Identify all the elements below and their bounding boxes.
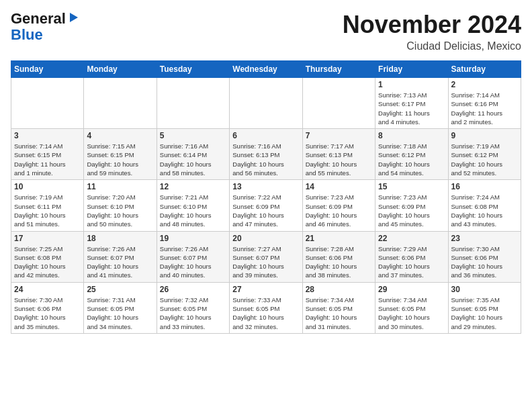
day-number: 4: [87, 131, 153, 140]
day-info: Sunrise: 7:16 AM Sunset: 6:14 PM Dayligh…: [160, 142, 226, 177]
day-number: 17: [14, 234, 81, 243]
day-cell-13: 13Sunrise: 7:22 AM Sunset: 6:09 PM Dayli…: [230, 180, 302, 231]
day-info: Sunrise: 7:24 AM Sunset: 6:08 PM Dayligh…: [451, 193, 518, 228]
day-number: 28: [306, 285, 372, 294]
page-header: General Blue November 2024 Ciudad Delici…: [11, 11, 521, 52]
day-number: 8: [378, 131, 445, 140]
day-info: Sunrise: 7:13 AM Sunset: 6:17 PM Dayligh…: [378, 91, 445, 126]
day-number: 25: [87, 285, 153, 294]
logo-text-general: General: [11, 11, 66, 27]
day-info: Sunrise: 7:14 AM Sunset: 6:15 PM Dayligh…: [14, 142, 81, 177]
day-info: Sunrise: 7:26 AM Sunset: 6:07 PM Dayligh…: [87, 244, 153, 280]
day-info: Sunrise: 7:16 AM Sunset: 6:13 PM Dayligh…: [232, 142, 299, 177]
day-cell-25: 25Sunrise: 7:31 AM Sunset: 6:05 PM Dayli…: [84, 282, 157, 333]
day-info: Sunrise: 7:29 AM Sunset: 6:06 PM Dayligh…: [378, 244, 445, 280]
day-number: 15: [378, 182, 445, 191]
day-number: 2: [451, 80, 518, 89]
day-info: Sunrise: 7:25 AM Sunset: 6:08 PM Dayligh…: [14, 244, 81, 280]
logo: General Blue: [11, 11, 79, 43]
day-cell-2: 2Sunrise: 7:14 AM Sunset: 6:16 PM Daylig…: [448, 78, 521, 129]
day-cell-3: 3Sunrise: 7:14 AM Sunset: 6:15 PM Daylig…: [11, 129, 84, 180]
week-row-2: 3Sunrise: 7:14 AM Sunset: 6:15 PM Daylig…: [11, 129, 521, 180]
day-info: Sunrise: 7:35 AM Sunset: 6:05 PM Dayligh…: [451, 295, 518, 331]
day-number: 27: [232, 285, 299, 294]
day-cell-4: 4Sunrise: 7:15 AM Sunset: 6:15 PM Daylig…: [84, 129, 157, 180]
day-cell-15: 15Sunrise: 7:23 AM Sunset: 6:09 PM Dayli…: [375, 180, 448, 231]
day-number: 10: [14, 182, 81, 191]
day-cell-5: 5Sunrise: 7:16 AM Sunset: 6:14 PM Daylig…: [157, 129, 229, 180]
empty-cell: [84, 78, 157, 129]
location: Ciudad Delicias, Mexico: [343, 40, 521, 52]
day-number: 9: [451, 131, 518, 140]
day-number: 16: [451, 182, 518, 191]
day-number: 19: [160, 234, 226, 243]
week-row-4: 17Sunrise: 7:25 AM Sunset: 6:08 PM Dayli…: [11, 231, 521, 282]
day-info: Sunrise: 7:27 AM Sunset: 6:07 PM Dayligh…: [232, 244, 299, 280]
day-info: Sunrise: 7:18 AM Sunset: 6:12 PM Dayligh…: [378, 142, 445, 177]
day-cell-11: 11Sunrise: 7:20 AM Sunset: 6:10 PM Dayli…: [84, 180, 157, 231]
day-number: 5: [160, 131, 226, 140]
day-number: 7: [306, 131, 372, 140]
day-info: Sunrise: 7:15 AM Sunset: 6:15 PM Dayligh…: [87, 142, 153, 177]
empty-cell: [302, 78, 375, 129]
day-cell-9: 9Sunrise: 7:19 AM Sunset: 6:12 PM Daylig…: [448, 129, 521, 180]
day-cell-20: 20Sunrise: 7:27 AM Sunset: 6:07 PM Dayli…: [230, 231, 302, 282]
day-cell-24: 24Sunrise: 7:30 AM Sunset: 6:06 PM Dayli…: [11, 282, 84, 333]
day-cell-29: 29Sunrise: 7:34 AM Sunset: 6:05 PM Dayli…: [375, 282, 448, 333]
day-info: Sunrise: 7:22 AM Sunset: 6:09 PM Dayligh…: [232, 193, 299, 228]
day-info: Sunrise: 7:23 AM Sunset: 6:09 PM Dayligh…: [378, 193, 445, 228]
empty-cell: [230, 78, 302, 129]
empty-cell: [157, 78, 229, 129]
day-cell-18: 18Sunrise: 7:26 AM Sunset: 6:07 PM Dayli…: [84, 231, 157, 282]
day-cell-30: 30Sunrise: 7:35 AM Sunset: 6:05 PM Dayli…: [448, 282, 521, 333]
day-info: Sunrise: 7:34 AM Sunset: 6:05 PM Dayligh…: [378, 295, 445, 331]
day-cell-8: 8Sunrise: 7:18 AM Sunset: 6:12 PM Daylig…: [375, 129, 448, 180]
day-info: Sunrise: 7:30 AM Sunset: 6:06 PM Dayligh…: [451, 244, 518, 280]
day-number: 6: [232, 131, 299, 140]
day-number: 12: [160, 182, 226, 191]
day-number: 3: [14, 131, 81, 140]
day-info: Sunrise: 7:28 AM Sunset: 6:06 PM Dayligh…: [306, 244, 372, 280]
week-row-5: 24Sunrise: 7:30 AM Sunset: 6:06 PM Dayli…: [11, 282, 521, 333]
day-number: 11: [87, 182, 153, 191]
weekday-header-friday: Friday: [375, 61, 448, 78]
day-cell-10: 10Sunrise: 7:19 AM Sunset: 6:11 PM Dayli…: [11, 180, 84, 231]
day-number: 22: [378, 234, 445, 243]
day-number: 24: [14, 285, 81, 294]
day-info: Sunrise: 7:32 AM Sunset: 6:05 PM Dayligh…: [160, 295, 226, 331]
week-row-3: 10Sunrise: 7:19 AM Sunset: 6:11 PM Dayli…: [11, 180, 521, 231]
day-cell-27: 27Sunrise: 7:33 AM Sunset: 6:05 PM Dayli…: [230, 282, 302, 333]
day-info: Sunrise: 7:30 AM Sunset: 6:06 PM Dayligh…: [14, 295, 81, 331]
day-number: 29: [378, 285, 445, 294]
day-info: Sunrise: 7:19 AM Sunset: 6:11 PM Dayligh…: [14, 193, 81, 228]
weekday-header-sunday: Sunday: [11, 61, 84, 78]
weekday-header-monday: Monday: [84, 61, 157, 78]
day-cell-22: 22Sunrise: 7:29 AM Sunset: 6:06 PM Dayli…: [375, 231, 448, 282]
day-number: 30: [451, 285, 518, 294]
day-info: Sunrise: 7:26 AM Sunset: 6:07 PM Dayligh…: [160, 244, 226, 280]
week-row-1: 1Sunrise: 7:13 AM Sunset: 6:17 PM Daylig…: [11, 78, 521, 129]
month-title: November 2024: [343, 11, 521, 39]
day-cell-19: 19Sunrise: 7:26 AM Sunset: 6:07 PM Dayli…: [157, 231, 229, 282]
day-number: 1: [378, 80, 445, 89]
day-cell-7: 7Sunrise: 7:17 AM Sunset: 6:13 PM Daylig…: [302, 129, 375, 180]
day-info: Sunrise: 7:31 AM Sunset: 6:05 PM Dayligh…: [87, 295, 153, 331]
day-cell-21: 21Sunrise: 7:28 AM Sunset: 6:06 PM Dayli…: [302, 231, 375, 282]
day-info: Sunrise: 7:14 AM Sunset: 6:16 PM Dayligh…: [451, 91, 518, 126]
day-info: Sunrise: 7:23 AM Sunset: 6:09 PM Dayligh…: [306, 193, 372, 228]
day-info: Sunrise: 7:34 AM Sunset: 6:05 PM Dayligh…: [306, 295, 372, 331]
day-number: 18: [87, 234, 153, 243]
day-cell-28: 28Sunrise: 7:34 AM Sunset: 6:05 PM Dayli…: [302, 282, 375, 333]
svg-marker-0: [70, 13, 78, 22]
day-number: 21: [306, 234, 372, 243]
title-area: November 2024 Ciudad Delicias, Mexico: [343, 11, 521, 52]
day-cell-6: 6Sunrise: 7:16 AM Sunset: 6:13 PM Daylig…: [230, 129, 302, 180]
day-number: 14: [306, 182, 372, 191]
day-cell-16: 16Sunrise: 7:24 AM Sunset: 6:08 PM Dayli…: [448, 180, 521, 231]
weekday-header-wednesday: Wednesday: [230, 61, 302, 78]
logo-text-blue: Blue: [11, 26, 43, 43]
day-number: 26: [160, 285, 226, 294]
day-info: Sunrise: 7:21 AM Sunset: 6:10 PM Dayligh…: [160, 193, 226, 228]
day-info: Sunrise: 7:17 AM Sunset: 6:13 PM Dayligh…: [306, 142, 372, 177]
day-cell-14: 14Sunrise: 7:23 AM Sunset: 6:09 PM Dayli…: [302, 180, 375, 231]
